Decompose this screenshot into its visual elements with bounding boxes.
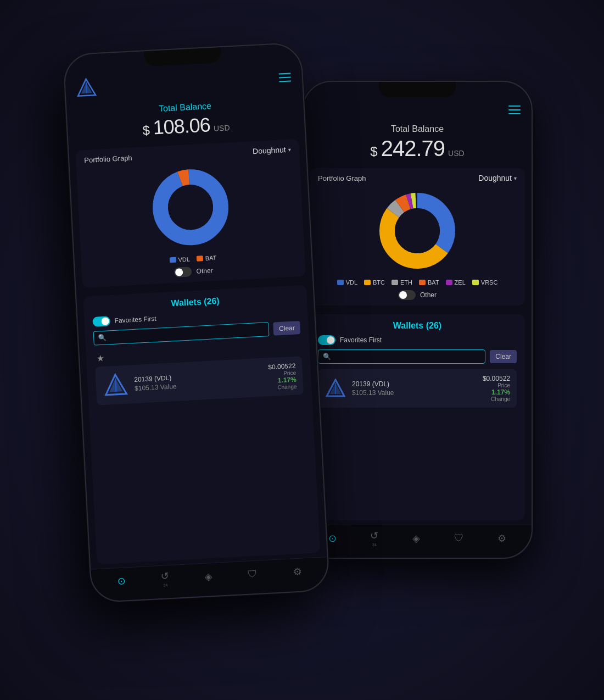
settings-icon-front: ⚙ (293, 565, 302, 578)
favorites-toggle-thumb-front (101, 317, 109, 325)
vdl-icon-front: ◈ (204, 570, 212, 583)
search-row-back: 🔍 Clear (318, 349, 517, 364)
legend-color-vdl-back (337, 280, 344, 285)
shield-icon-front: 🛡 (248, 568, 258, 580)
legend-label-zel-back: ZEL (455, 279, 466, 286)
portfolio-header-back: Portfolio Graph Doughnut ▾ (318, 174, 517, 182)
wallet-price-back: $0.00522 (483, 375, 510, 382)
nav-shield-front[interactable]: 🛡 (248, 568, 258, 580)
legend-label-vdl-back: VDL (346, 279, 357, 286)
legend-label-vrsc-back: VRSC (481, 279, 498, 286)
doughnut-chart-front (147, 164, 234, 251)
nav-refresh-back[interactable]: ↺ 24 (370, 530, 378, 547)
clear-button-back[interactable]: Clear (490, 350, 517, 363)
legend-label-bat-front: BAT (205, 254, 216, 262)
wallet-info-back: 20139 (VDL) $105.13 Value (352, 380, 477, 397)
nav-refresh-front[interactable]: ↺ 24 (160, 570, 170, 587)
wallet-price-info-back: $0.00522 Price 1.17% Change (483, 375, 510, 402)
wallet-name-back: 20139 (VDL) (352, 380, 477, 388)
search-field-back[interactable] (333, 353, 480, 360)
chart-type-selector-front[interactable]: Doughnut ▾ (253, 145, 291, 156)
settings-icon-back: ⚙ (497, 532, 506, 545)
wallet-logo-front (102, 371, 130, 399)
chart-type-arrow-back: ▾ (514, 175, 517, 181)
doughnut-chart-back (376, 190, 458, 272)
nav-settings-front[interactable]: ⚙ (293, 565, 302, 578)
favorites-label-front: Favorites First (114, 315, 156, 325)
wallet-info-front: 20139 (VDL) $105.13 Value (134, 369, 264, 392)
phones-container: Total Balance $ 242.79 USD Portfolio Gra… (55, 26, 549, 674)
wallet-item-back[interactable]: 20139 (VDL) $105.13 Value $0.00522 Price (318, 369, 517, 408)
legend-item-vrsc-back: VRSC (472, 279, 498, 286)
chart-type-label-front: Doughnut (253, 145, 286, 155)
svg-point-7 (395, 208, 440, 253)
favorites-toggle-front[interactable] (92, 316, 110, 327)
refresh-icon-back: ↺ (370, 530, 378, 542)
legend-item-eth-back: ETH (392, 279, 412, 286)
clear-button-front[interactable]: Clear (273, 321, 300, 336)
nav-settings-back[interactable]: ⚙ (497, 532, 506, 545)
legend-item-vdl-front: VDL (169, 255, 190, 263)
wallet-change-label-back: Change (483, 396, 510, 402)
vdl-logo-front (103, 373, 128, 398)
legend-item-zel-back: ZEL (446, 279, 466, 286)
toggle-thumb-front (175, 268, 183, 276)
star-icon-front[interactable]: ★ (97, 353, 105, 363)
wallet-price-info-front: $0.00522 Price 1.17% Change (268, 362, 297, 391)
legend-item-bat-back: BAT (419, 279, 439, 286)
wallets-section-front: Wallets (26) Favorites First 🔍 Clear (83, 285, 320, 564)
wallet-value-back: $105.13 Value (352, 389, 477, 397)
wallet-logo-back (325, 377, 346, 399)
vdl-logo-back (326, 379, 345, 398)
balance-number-front: 108.06 (153, 113, 211, 139)
search-input-wrapper-front: 🔍 (93, 322, 270, 346)
other-toggle-back[interactable] (398, 290, 416, 300)
legend-label-vdl-front: VDL (178, 255, 190, 263)
search-icon-back: 🔍 (323, 353, 331, 360)
hamburger-menu-back[interactable] (508, 105, 521, 114)
wallets-section-back: Wallets (26) Favorites First 🔍 Clear (310, 314, 525, 520)
dashboard-icon-back: ⊙ (328, 532, 337, 545)
refresh-icon-front: ↺ (160, 570, 169, 582)
nav-shield-back[interactable]: 🛡 (454, 532, 464, 544)
phone-back-screen: Total Balance $ 242.79 USD Portfolio Gra… (303, 82, 532, 558)
nav-vdl-back[interactable]: ◈ (412, 532, 420, 545)
bottom-nav-back: ⊙ ↺ 24 ◈ 🛡 ⚙ (303, 525, 532, 558)
chart-container-front (85, 158, 296, 257)
favorites-toggle-thumb-back (327, 336, 334, 344)
portfolio-graph-label-front: Portfolio Graph (84, 153, 132, 164)
phone-front-content: Total Balance $ 108.06 USD Portfolio Gra… (64, 43, 329, 602)
portfolio-section-back: Portfolio Graph Doughnut ▾ (310, 168, 525, 305)
legend-color-zel-back (446, 280, 452, 285)
search-icon-front: 🔍 (98, 334, 107, 342)
balance-currency-back: USD (448, 149, 465, 158)
vdl-icon-back: ◈ (412, 532, 420, 545)
search-field-front[interactable] (109, 326, 265, 342)
portfolio-graph-label-back: Portfolio Graph (318, 174, 366, 182)
legend-color-bat-back (419, 280, 426, 285)
nav-vdl-front[interactable]: ◈ (204, 570, 212, 583)
favorites-label-back: Favorites First (340, 336, 382, 344)
favorites-toggle-back[interactable] (318, 335, 335, 345)
dollar-sign-front: $ (142, 123, 150, 138)
legend-label-btc-back: BTC (373, 279, 385, 286)
dollar-sign-back: $ (370, 144, 377, 159)
wallets-title-back: Wallets (26) (318, 321, 517, 331)
hamburger-menu-front[interactable] (278, 73, 291, 82)
wallet-change-label-front: Change (269, 384, 297, 391)
dashboard-icon-front: ⊙ (117, 575, 126, 587)
legend-color-vdl-front (169, 257, 176, 263)
nav-dashboard-back[interactable]: ⊙ (328, 532, 337, 545)
balance-number-back: 242.79 (381, 136, 445, 161)
bottom-nav-front: ⊙ ↺ 24 ◈ 🛡 ⚙ (91, 557, 329, 602)
legend-back: VDL BTC ETH BAT (318, 275, 517, 288)
other-toggle-front[interactable] (174, 266, 192, 277)
phone-back-content: Total Balance $ 242.79 USD Portfolio Gra… (303, 82, 532, 558)
portfolio-section-front: Portfolio Graph Doughnut ▾ (75, 139, 306, 288)
legend-color-eth-back (392, 280, 398, 285)
chart-type-selector-back[interactable]: Doughnut ▾ (478, 174, 517, 182)
nav-dashboard-front[interactable]: ⊙ (117, 575, 126, 587)
phone-front: Total Balance $ 108.06 USD Portfolio Gra… (63, 42, 330, 603)
svg-line-13 (86, 82, 87, 93)
phone-back: Total Balance $ 242.79 USD Portfolio Gra… (302, 81, 533, 559)
